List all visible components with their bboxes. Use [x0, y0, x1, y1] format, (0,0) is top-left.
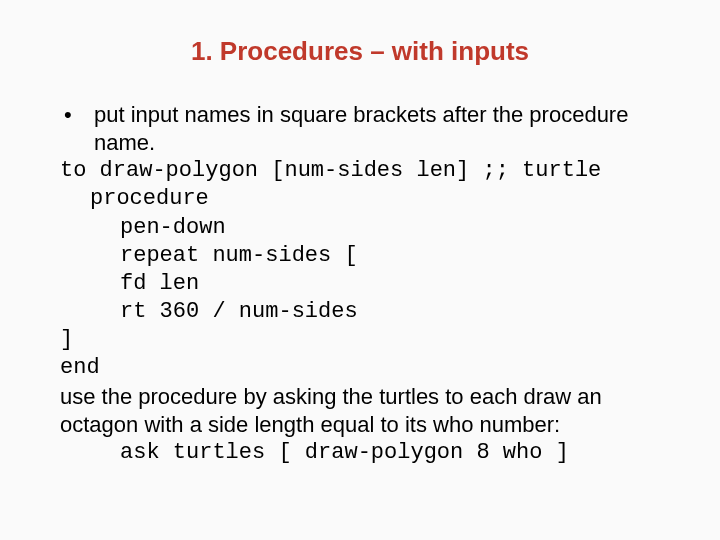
bullet-item: • put input names in square brackets aft…: [60, 101, 660, 157]
code-line-6: rt 360 / num-sides: [60, 298, 660, 326]
bullet-text: put input names in square brackets after…: [94, 101, 660, 157]
bullet-icon: •: [60, 101, 94, 157]
code2-line: ask turtles [ draw-polygon 8 who ]: [60, 439, 660, 467]
code-line-1: to draw-polygon [num-sides len] ;; turtl…: [60, 157, 660, 185]
followup-text: use the procedure by asking the turtles …: [60, 383, 660, 439]
code-line-5: fd len: [60, 270, 660, 298]
code-line-4: repeat num-sides [: [60, 242, 660, 270]
code-line-7: ]: [60, 326, 660, 354]
code-line-8: end: [60, 354, 660, 382]
code-line-2: procedure: [60, 185, 660, 213]
code-line-3: pen-down: [60, 214, 660, 242]
slide-body: • put input names in square brackets aft…: [60, 101, 660, 467]
slide-title: 1. Procedures – with inputs: [60, 36, 660, 67]
slide: 1. Procedures – with inputs • put input …: [0, 0, 720, 540]
